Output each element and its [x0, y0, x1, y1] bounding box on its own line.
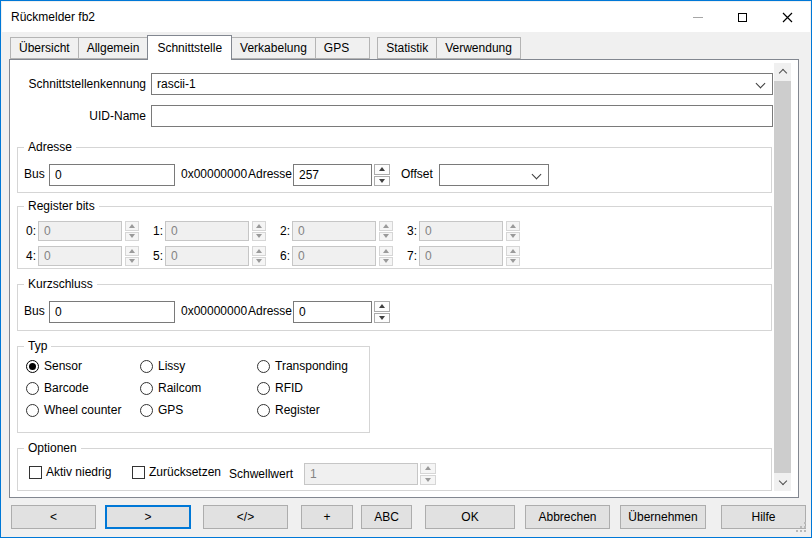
- checkbox-icon: [132, 466, 145, 479]
- adresse-label: Adresse: [248, 167, 292, 181]
- register-bits-group: Register bits 0: 1: 2: 3:: [17, 206, 772, 269]
- radio-lissy[interactable]: Lissy: [140, 359, 185, 373]
- bus-input[interactable]: [49, 164, 175, 186]
- tab-verkabelung[interactable]: Verkabelung: [231, 37, 316, 59]
- radio-register[interactable]: Register: [257, 403, 320, 417]
- tab-gps[interactable]: GPS: [315, 37, 370, 59]
- tab-verwendung[interactable]: Verwendung: [436, 37, 521, 59]
- ok-button[interactable]: OK: [425, 505, 515, 529]
- kurzschluss-bus-input[interactable]: [49, 301, 175, 323]
- spin-down-icon: [125, 257, 139, 267]
- checkbox-zuruecksetzen[interactable]: Zurücksetzen: [132, 465, 221, 479]
- tab-schnittstelle[interactable]: Schnittstelle: [147, 35, 232, 60]
- maximize-icon: [738, 13, 747, 22]
- tab-allgemein[interactable]: Allgemein: [78, 37, 149, 59]
- spin-down-icon: [252, 257, 266, 267]
- schwellwert-label: Schwellwert: [229, 467, 293, 481]
- spin-down-icon: [379, 257, 393, 267]
- adresse-spinner[interactable]: [374, 164, 390, 186]
- register-bit-7-spinner: [506, 246, 520, 266]
- cancel-button[interactable]: Abbrechen: [525, 505, 610, 529]
- register-bit-0-label: 0:: [26, 224, 38, 238]
- spin-down-icon: [506, 232, 520, 242]
- radio-icon: [26, 360, 39, 373]
- help-button[interactable]: Hilfe: [721, 505, 806, 529]
- next-button[interactable]: >: [105, 505, 191, 529]
- register-bit-1-spinner: [252, 221, 266, 241]
- register-bit-5-input: [165, 246, 249, 266]
- register-bit-2-label: 2:: [280, 224, 292, 238]
- kurzschluss-adresse-input[interactable]: [293, 301, 372, 323]
- register-bit-7: 7:: [407, 246, 520, 266]
- checkbox-aktiv-niedrig[interactable]: Aktiv niedrig: [29, 465, 111, 479]
- add-button[interactable]: +: [301, 505, 353, 529]
- code-button[interactable]: </>: [203, 505, 288, 529]
- abc-button[interactable]: ABC: [361, 505, 412, 529]
- radio-rfid[interactable]: RFID: [257, 381, 303, 395]
- register-bit-4-label: 4:: [26, 249, 38, 263]
- register-bit-3-spinner: [506, 221, 520, 241]
- scroll-down-button[interactable]: [774, 474, 791, 491]
- spin-up-icon: [125, 221, 139, 231]
- register-bit-2-input: [292, 221, 376, 241]
- register-bit-3-label: 3:: [407, 224, 419, 238]
- spin-up-icon[interactable]: [374, 164, 390, 175]
- titlebar: Rückmelder fb2: [2, 2, 810, 32]
- adresse-input[interactable]: [293, 164, 372, 186]
- radio-icon: [257, 404, 270, 417]
- register-bits-title: Register bits: [24, 199, 99, 213]
- uid-name-input[interactable]: [151, 105, 773, 127]
- vertical-scrollbar[interactable]: [774, 63, 791, 491]
- radio-icon: [26, 404, 39, 417]
- spin-up-icon: [506, 246, 520, 256]
- radio-barcode[interactable]: Barcode: [26, 381, 89, 395]
- register-bit-6-spinner: [379, 246, 393, 266]
- schwellwert-input: [304, 463, 418, 485]
- caption-buttons: [675, 2, 810, 32]
- register-bit-4-input: [38, 246, 122, 266]
- close-button[interactable]: [765, 2, 810, 32]
- offset-label: Offset: [401, 167, 433, 181]
- kurzschluss-group-title: Kurzschluss: [24, 277, 97, 291]
- footer: < > </> + ABC OK Abbrechen Übernehmen Hi…: [2, 496, 810, 536]
- maximize-button[interactable]: [720, 2, 765, 32]
- tab-statistik[interactable]: Statistik: [377, 37, 437, 59]
- register-bit-6: 6:: [280, 246, 393, 266]
- tab-page-schnittstelle: Schnittstellenkennung rascii-1 UID-Name …: [9, 59, 799, 498]
- kurzschluss-adresse-spinner[interactable]: [374, 301, 390, 323]
- apply-button[interactable]: Übernehmen: [620, 505, 706, 529]
- kurzschluss-hex-value: 0x00000000: [181, 304, 247, 318]
- schnittstellenkennung-value: rascii-1: [157, 77, 196, 91]
- spin-down-icon[interactable]: [374, 313, 390, 324]
- register-bit-2-spinner: [379, 221, 393, 241]
- radio-wheel-counter[interactable]: Wheel counter: [26, 403, 121, 417]
- radio-transponding[interactable]: Transponding: [257, 359, 348, 373]
- spin-up-icon: [379, 221, 393, 231]
- tab-uebersicht[interactable]: Übersicht: [10, 37, 79, 59]
- checkbox-icon: [29, 466, 42, 479]
- spin-down-icon[interactable]: [374, 176, 390, 187]
- bus-label: Bus: [24, 167, 45, 181]
- register-bit-0: 0:: [26, 221, 139, 241]
- prev-button[interactable]: <: [11, 505, 96, 529]
- offset-combobox[interactable]: [439, 164, 549, 186]
- register-bit-5-label: 5:: [153, 249, 165, 263]
- register-bit-3: 3:: [407, 221, 520, 241]
- spin-up-icon[interactable]: [374, 301, 390, 312]
- scrollbar-thumb[interactable]: [774, 81, 791, 473]
- register-bit-7-input: [419, 246, 503, 266]
- spin-up-icon: [420, 463, 436, 474]
- radio-icon: [257, 360, 270, 373]
- bus-hex-value: 0x00000000: [181, 167, 247, 181]
- radio-sensor[interactable]: Sensor: [26, 359, 82, 373]
- register-bit-5-spinner: [252, 246, 266, 266]
- schnittstellenkennung-combobox[interactable]: rascii-1: [151, 73, 773, 95]
- radio-icon: [140, 404, 153, 417]
- radio-gps[interactable]: GPS: [140, 403, 183, 417]
- register-bit-2: 2:: [280, 221, 393, 241]
- minimize-button[interactable]: [675, 2, 720, 32]
- register-bit-4: 4:: [26, 246, 139, 266]
- resize-grip[interactable]: [796, 522, 807, 533]
- scroll-up-button[interactable]: [774, 63, 791, 80]
- radio-railcom[interactable]: Railcom: [140, 381, 201, 395]
